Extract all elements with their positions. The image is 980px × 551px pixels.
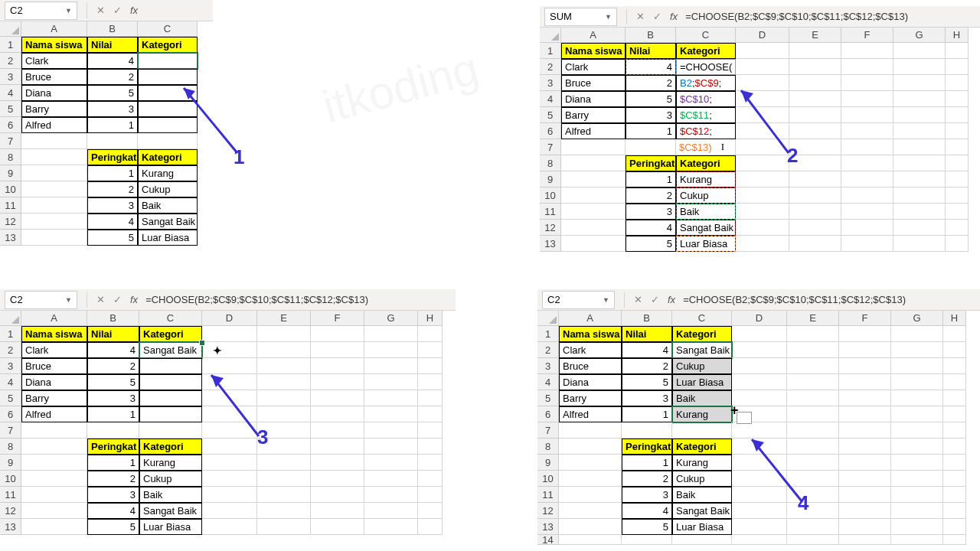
fx-icon[interactable]: fx bbox=[130, 294, 138, 305]
formula-bar: C2▼ ✕ ✓ fx bbox=[0, 0, 213, 21]
name-box[interactable]: C2▼ bbox=[5, 291, 77, 309]
name-box[interactable]: C2▼ bbox=[5, 2, 77, 20]
enter-icon[interactable]: ✓ bbox=[109, 292, 126, 308]
row-header[interactable]: 1 bbox=[0, 37, 21, 53]
enter-icon[interactable]: ✓ bbox=[648, 8, 665, 25]
col-header-B[interactable]: B bbox=[87, 21, 138, 37]
fx-icon[interactable]: fx bbox=[130, 5, 138, 16]
header-peringkat[interactable]: Peringkat bbox=[87, 149, 138, 165]
fill-handle[interactable] bbox=[199, 340, 205, 346]
chevron-down-icon[interactable]: ▼ bbox=[605, 13, 612, 21]
header-nama[interactable]: Nama siswa bbox=[21, 37, 87, 53]
selected-cell-C2[interactable] bbox=[138, 53, 198, 69]
autofill-options-icon[interactable] bbox=[737, 412, 752, 424]
fx-icon[interactable]: fx bbox=[668, 294, 675, 305]
editing-cell-C2[interactable]: =CHOOSE( bbox=[676, 59, 736, 75]
cancel-icon[interactable]: ✕ bbox=[92, 292, 109, 308]
panel-step-2: SUM▼ ✕ ✓ fx =CHOOSE(B2;$C$9;$C$10;$C$11;… bbox=[540, 6, 980, 252]
step-label-3: 3 bbox=[257, 425, 268, 449]
formula-input[interactable]: =CHOOSE(B2;$C$9;$C$10;$C$11;$C$12;$C$13) bbox=[682, 11, 980, 22]
header-kategori[interactable]: Kategori bbox=[138, 37, 198, 53]
chevron-down-icon[interactable]: ▼ bbox=[65, 7, 72, 15]
select-all-corner[interactable] bbox=[0, 21, 21, 37]
header-nilai[interactable]: Nilai bbox=[87, 37, 138, 53]
col-header-C[interactable]: C bbox=[138, 21, 198, 37]
name-box[interactable]: C2▼ bbox=[542, 291, 615, 309]
name-box[interactable]: SUM▼ bbox=[544, 8, 617, 26]
watermark: itkoding bbox=[318, 41, 485, 133]
formula-input[interactable]: =CHOOSE(B2;$C$9;$C$10;$C$11;$C$12;$C$13) bbox=[680, 294, 980, 305]
spreadsheet-grid[interactable]: A B C D E F G H 1 Nama siswa Nilai Kateg… bbox=[540, 28, 980, 252]
ref-B2[interactable]: 4 bbox=[626, 59, 676, 75]
step-label-2: 2 bbox=[787, 144, 798, 168]
formula-input[interactable]: =CHOOSE(B2;$C$9;$C$10;$C$11;$C$12;$C$13) bbox=[142, 294, 456, 305]
panel-step-1: C2▼ ✕ ✓ fx A B C 1 Nama siswa Nilai Kate… bbox=[0, 0, 213, 246]
cancel-icon[interactable]: ✕ bbox=[92, 2, 109, 19]
panel-step-3: C2▼ ✕ ✓ fx =CHOOSE(B2;$C$9;$C$10;$C$11;$… bbox=[0, 289, 456, 535]
crosshair-cursor-icon: ✦ bbox=[213, 344, 222, 357]
enter-icon[interactable]: ✓ bbox=[646, 292, 663, 308]
spreadsheet-grid[interactable]: A B C D E F G H 1Nama siswaNilaiKategori… bbox=[0, 311, 456, 535]
step-label-1: 1 bbox=[234, 145, 244, 169]
spreadsheet-grid[interactable]: A B C 1 Nama siswa Nilai Kategori 2 Clar… bbox=[0, 21, 213, 246]
spreadsheet-grid[interactable]: A B C D E F G H 1Nama siswaNilaiKategori… bbox=[537, 311, 980, 545]
panel-step-4: C2▼ ✕ ✓ fx =CHOOSE(B2;$C$9;$C$10;$C$11;$… bbox=[537, 289, 980, 545]
step-label-4: 4 bbox=[798, 491, 808, 515]
fx-icon[interactable]: fx bbox=[670, 11, 678, 22]
cancel-icon[interactable]: ✕ bbox=[632, 8, 648, 25]
enter-icon[interactable]: ✓ bbox=[109, 2, 126, 19]
cancel-icon[interactable]: ✕ bbox=[629, 292, 646, 308]
col-header-A[interactable]: A bbox=[21, 21, 87, 37]
selected-cell-C2[interactable]: Sangat Baik bbox=[139, 342, 202, 358]
